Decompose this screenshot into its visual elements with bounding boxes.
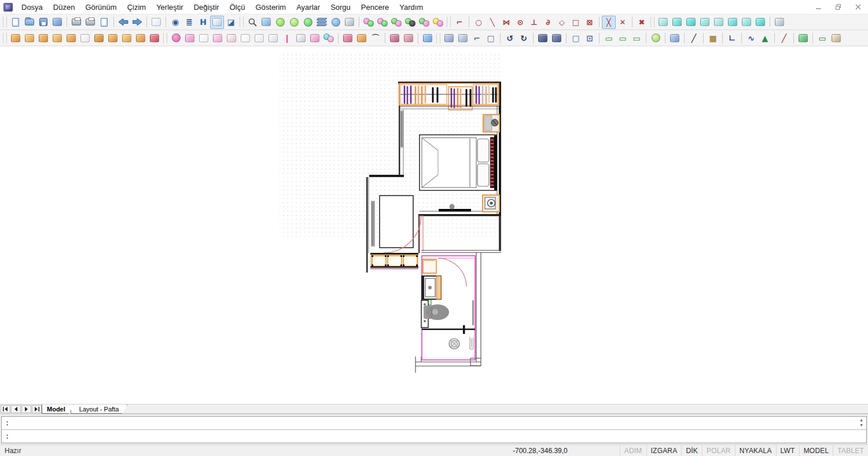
snap-intersection-icon[interactable]: ╳ <box>602 16 616 29</box>
tab-last-button[interactable] <box>32 405 42 413</box>
snap-quadrant-icon[interactable]: ◇ <box>555 16 569 29</box>
mirror-horizontal-icon[interactable] <box>550 31 564 45</box>
snap-insertion-icon[interactable]: □ <box>569 16 583 29</box>
tab-layout-pafta[interactable]: Layout - Pafta <box>71 404 128 414</box>
tab-first-button[interactable] <box>1 405 10 413</box>
drawer-unit-icon[interactable] <box>50 31 64 45</box>
unlock-icon[interactable]: ⌐ <box>470 31 484 45</box>
calculator-icon[interactable]: ≣ <box>182 16 196 29</box>
toggle-polar[interactable]: POLAR <box>702 445 735 456</box>
shade-mode-icon[interactable] <box>376 16 389 29</box>
toolbar-grip[interactable] <box>447 17 451 27</box>
zoom-extents-icon[interactable] <box>301 16 315 29</box>
sink-icon[interactable] <box>211 31 225 45</box>
spline-edit-icon[interactable]: ∿ <box>744 31 758 45</box>
toolbar-grip[interactable] <box>3 17 7 27</box>
menu-de-i-tir[interactable]: Değiştir <box>189 1 225 14</box>
distance-icon[interactable]: ◉ <box>168 16 182 29</box>
view-left-icon[interactable] <box>712 16 726 29</box>
hanger-icon[interactable] <box>78 31 92 45</box>
snap-perpendicular-icon[interactable]: ⊥ <box>527 16 541 29</box>
toolbar-grip[interactable] <box>240 17 244 27</box>
toggle-izgara[interactable]: IZGARA <box>646 445 682 456</box>
menu-g-sterim[interactable]: Gösterim <box>250 1 291 14</box>
sideboard-icon[interactable] <box>120 31 134 45</box>
drawing-canvas[interactable] <box>0 46 868 404</box>
view-back-icon[interactable] <box>753 16 767 29</box>
export-icon[interactable] <box>50 16 64 29</box>
rotate-cw-icon[interactable]: ↻ <box>517 31 531 45</box>
snap-endpoint-icon[interactable]: ╲ <box>486 16 499 29</box>
scroll-up-icon[interactable]: ▲ <box>860 418 862 422</box>
view-top-icon[interactable] <box>684 16 698 29</box>
cupboard-icon[interactable] <box>106 31 120 45</box>
zoom-out-icon[interactable] <box>287 16 301 29</box>
restore-button[interactable] <box>829 0 848 14</box>
object-3d-icon[interactable] <box>322 31 336 45</box>
tent-icon[interactable] <box>341 31 355 45</box>
plot-style-icon[interactable]: ◪ <box>224 16 238 29</box>
menu-d-zen[interactable]: Düzen <box>48 1 80 14</box>
bathtub-icon[interactable] <box>238 31 252 45</box>
snap-nearest-icon[interactable]: ○ <box>472 16 486 29</box>
new-file-icon[interactable] <box>9 16 23 29</box>
snap-settings-icon[interactable]: ⌐ <box>453 16 466 29</box>
library-2-icon[interactable] <box>402 31 415 45</box>
shower-tray-icon[interactable] <box>308 31 322 45</box>
toggle-adim[interactable]: ADIM <box>620 445 646 456</box>
array-icon[interactable]: ▢ <box>484 31 498 45</box>
menu-ayarlar[interactable]: Ayarlar <box>291 1 325 14</box>
door-panel-icon[interactable] <box>92 31 106 45</box>
tab-previous-button[interactable] <box>11 405 21 413</box>
bed-symbol-icon[interactable] <box>169 31 183 45</box>
cabinet-icon[interactable] <box>64 31 78 45</box>
toolbar-grip[interactable] <box>3 33 7 43</box>
column-stats-icon[interactable] <box>668 31 682 45</box>
zoom-in-icon[interactable] <box>273 16 287 29</box>
close-button[interactable] <box>848 0 868 14</box>
chamfer-icon[interactable]: ∟ <box>725 31 739 45</box>
arc-segment-icon[interactable]: ⌒ <box>369 31 382 45</box>
faucet-icon[interactable] <box>294 31 308 45</box>
rotate-ccw-icon[interactable]: ↺ <box>503 31 517 45</box>
publish-icon[interactable] <box>97 16 111 29</box>
erase-icon[interactable] <box>149 16 163 29</box>
region-1-icon[interactable]: ▭ <box>602 31 616 45</box>
print-preview-icon[interactable] <box>83 16 97 29</box>
snap-clear-icon[interactable]: ✖ <box>635 16 649 29</box>
shelf-unit-icon[interactable] <box>23 31 36 45</box>
shade-icon[interactable] <box>329 16 343 29</box>
pick-tool-icon[interactable]: ╱ <box>687 31 701 45</box>
menu-sorgu[interactable]: Sorgu <box>325 1 356 14</box>
redo-icon[interactable] <box>130 16 144 29</box>
closet-icon[interactable] <box>134 31 148 45</box>
command-input[interactable]: : <box>2 430 866 443</box>
menu-yerle-tir[interactable]: Yerleştir <box>151 1 188 14</box>
magic-wand-icon[interactable]: ╱ <box>777 31 791 45</box>
mirror-vertical-icon[interactable] <box>536 31 550 45</box>
menu-pencere[interactable]: Pencere <box>356 1 394 14</box>
viewport-1-icon[interactable] <box>656 16 670 29</box>
menu--izim[interactable]: Çizim <box>122 1 152 14</box>
dresser-icon[interactable] <box>183 31 197 45</box>
lamp-icon[interactable]: ❙ <box>280 31 294 45</box>
toolbar-grip[interactable] <box>163 33 167 43</box>
select-crossing-icon[interactable]: ⊡ <box>583 31 597 45</box>
view-front-icon[interactable] <box>740 16 753 29</box>
stove-icon[interactable] <box>197 31 211 45</box>
bookcase-icon[interactable] <box>148 31 161 45</box>
menu-dosya[interactable]: Dosya <box>16 1 48 14</box>
properties-window-icon[interactable] <box>829 31 843 45</box>
render-materials-icon[interactable] <box>403 16 417 29</box>
snap-center-icon[interactable]: ⊙ <box>513 16 527 29</box>
menu-yard-m[interactable]: Yardım <box>394 1 428 14</box>
boat-icon[interactable] <box>421 31 435 45</box>
toggle-lwt[interactable]: LWT <box>776 445 799 456</box>
region-2-icon[interactable]: ▭ <box>616 31 630 45</box>
wardrobe-icon[interactable] <box>36 31 50 45</box>
copy-properties-icon[interactable] <box>442 31 456 45</box>
print-icon[interactable] <box>69 16 83 29</box>
match-properties-icon[interactable]: H <box>196 16 210 29</box>
scroll-down-icon[interactable]: ▼ <box>860 424 862 428</box>
render-icon[interactable] <box>389 16 403 29</box>
